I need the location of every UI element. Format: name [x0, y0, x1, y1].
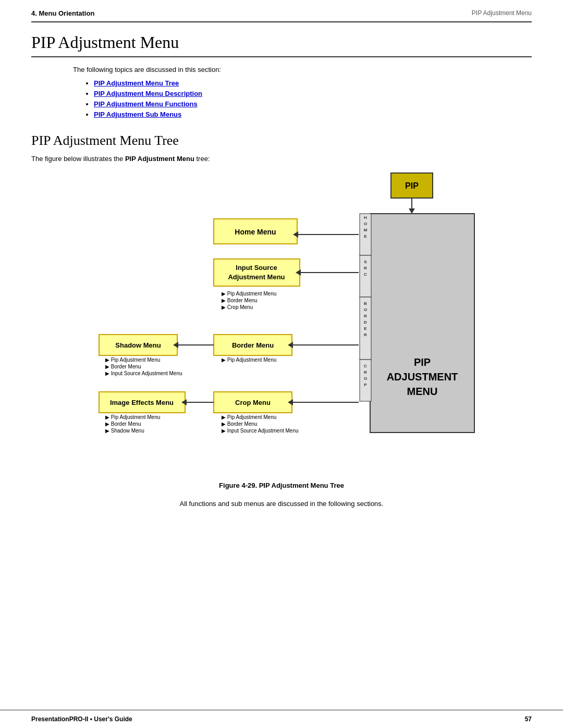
svg-text:M: M [364, 228, 368, 232]
svg-text:▶ Pip Adjustment Menu: ▶ Pip Adjustment Menu [105, 414, 160, 420]
section-title: PIP Adjustment Menu Tree [31, 133, 532, 149]
svg-rect-4 [370, 214, 474, 433]
svg-text:E: E [364, 326, 367, 331]
svg-text:▶ Crop Menu: ▶ Crop Menu [222, 304, 253, 310]
svg-text:▶ Pip Adjustment Menu: ▶ Pip Adjustment Menu [222, 357, 276, 363]
svg-text:E: E [364, 234, 367, 239]
svg-text:MENU: MENU [407, 386, 438, 397]
svg-text:▶ Pip Adjustment Menu: ▶ Pip Adjustment Menu [222, 291, 276, 297]
section-label: 4. Menu Orientation [31, 9, 94, 17]
link-tree[interactable]: PIP Adjustment Menu Tree [94, 79, 179, 87]
svg-text:S: S [364, 260, 367, 264]
svg-text:▶ Border Menu: ▶ Border Menu [105, 364, 141, 369]
svg-text:R: R [364, 370, 367, 375]
svg-text:Border Menu: Border Menu [232, 341, 274, 349]
page-title: PIP Adjustment Menu [31, 33, 532, 57]
list-item: PIP Adjustment Menu Description [94, 89, 532, 97]
svg-text:H: H [364, 215, 367, 220]
svg-text:Home Menu: Home Menu [235, 228, 276, 236]
svg-text:R: R [364, 266, 367, 270]
svg-text:Crop Menu: Crop Menu [235, 399, 271, 406]
svg-text:R: R [364, 314, 367, 318]
page-header: 4. Menu Orientation PIP Adjustment Menu [0, 0, 563, 21]
svg-text:O: O [364, 221, 367, 226]
svg-text:C: C [364, 364, 367, 368]
svg-text:▶ Border Menu: ▶ Border Menu [105, 421, 141, 427]
svg-text:B: B [364, 301, 367, 306]
svg-text:R: R [364, 332, 367, 337]
svg-text:PIP: PIP [414, 356, 431, 368]
intro-text: The following topics are discussed in th… [73, 66, 532, 73]
svg-text:Input Source: Input Source [236, 264, 277, 272]
link-description[interactable]: PIP Adjustment Menu Description [94, 90, 202, 97]
figure-intro: The figure below illustrates the PIP Adj… [31, 155, 532, 163]
svg-text:ADJUSTMENT: ADJUSTMENT [387, 371, 458, 382]
svg-text:▶ Input Source Adjustment Menu: ▶ Input Source Adjustment Menu [105, 371, 182, 376]
footer-right: 57 [525, 715, 532, 723]
svg-text:C: C [364, 272, 367, 277]
svg-text:PIP: PIP [405, 181, 419, 190]
svg-text:▶ Border Menu: ▶ Border Menu [222, 421, 258, 427]
link-submenus[interactable]: PIP Adjustment Sub Menus [94, 110, 181, 118]
bullet-list: PIP Adjustment Menu Tree PIP Adjustment … [94, 79, 532, 118]
list-item: PIP Adjustment Sub Menus [94, 110, 532, 118]
svg-text:▶ Border Menu: ▶ Border Menu [222, 298, 258, 303]
svg-text:▶ Shadow Menu: ▶ Shadow Menu [105, 428, 144, 434]
svg-text:▶ Pip Adjustment Menu: ▶ Pip Adjustment Menu [105, 357, 160, 363]
svg-text:P: P [364, 382, 367, 387]
svg-text:Image Effects Menu: Image Effects Menu [110, 399, 174, 406]
list-item: PIP Adjustment Menu Tree [94, 79, 532, 87]
svg-text:D: D [364, 320, 367, 325]
diagram-svg: PIP PIP ADJUSTMENT MENU H O M E S [68, 173, 495, 475]
svg-rect-33 [214, 259, 300, 286]
diagram-container: PIP PIP ADJUSTMENT MENU H O M E S [68, 173, 495, 475]
svg-text:Adjustment Menu: Adjustment Menu [228, 273, 285, 281]
svg-marker-3 [409, 208, 415, 214]
list-item: PIP Adjustment Menu Functions [94, 100, 532, 108]
link-functions[interactable]: PIP Adjustment Menu Functions [94, 100, 198, 108]
main-content: PIP Adjustment Menu The following topics… [0, 22, 563, 710]
svg-text:O: O [364, 307, 367, 312]
closing-text: All functions and sub menus are discusse… [31, 500, 532, 508]
page-container: 4. Menu Orientation PIP Adjustment Menu … [0, 0, 563, 728]
svg-text:▶ Input Source Adjustment Menu: ▶ Input Source Adjustment Menu [222, 428, 299, 434]
footer-left: PresentationPRO-II • User's Guide [31, 715, 132, 723]
page-footer: PresentationPRO-II • User's Guide 57 [0, 710, 563, 728]
page-context: PIP Adjustment Menu [472, 9, 532, 17]
svg-text:O: O [364, 376, 367, 381]
svg-text:▶ Pip Adjustment Menu: ▶ Pip Adjustment Menu [222, 414, 276, 420]
svg-text:Shadow Menu: Shadow Menu [115, 341, 161, 349]
figure-caption: Figure 4-29. PIP Adjustment Menu Tree [31, 482, 532, 489]
